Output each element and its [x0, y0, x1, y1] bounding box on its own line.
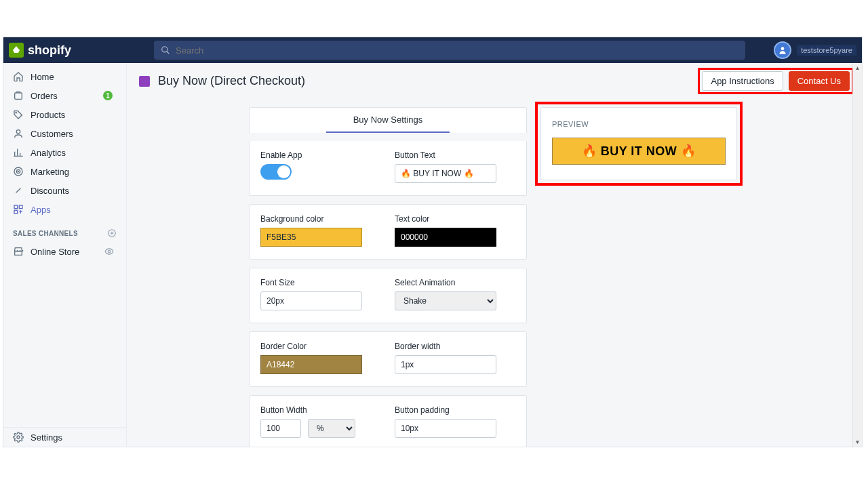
svg-point-8	[18, 171, 18, 171]
channel-online-store[interactable]: Online Store	[3, 242, 126, 261]
buttonwidth-unit-select[interactable]: %	[308, 419, 355, 438]
app-instructions-button[interactable]: App Instructions	[702, 71, 783, 91]
highlight-preview	[535, 102, 743, 186]
brand-name: shopify	[28, 43, 71, 58]
page-title: Buy Now (Direct Checkout)	[158, 74, 305, 88]
main-content: Buy Now (Direct Checkout) App Instructio…	[127, 63, 862, 447]
gear-icon	[13, 432, 24, 443]
sidebar-item-label: Settings	[31, 432, 62, 443]
bgcolor-label: Background color	[260, 214, 381, 224]
borderwidth-label: Border width	[395, 342, 515, 351]
view-store-icon[interactable]	[104, 247, 114, 256]
user-icon	[778, 45, 787, 55]
store-icon	[13, 246, 24, 257]
sidebar-item-label: Apps	[31, 205, 51, 215]
animation-label: Select Animation	[395, 278, 515, 287]
bordercolor-input[interactable]	[260, 355, 362, 374]
search-box[interactable]	[154, 41, 745, 60]
card-border: Border Color Border width	[249, 331, 527, 387]
sidebar-item-discounts[interactable]: Discounts	[3, 181, 126, 200]
button-text-label: Button Text	[395, 150, 515, 160]
apps-icon	[13, 204, 24, 215]
orders-icon	[13, 90, 24, 101]
sidebar-item-label: Orders	[31, 91, 58, 101]
button-text-input[interactable]	[395, 164, 496, 183]
bgcolor-input[interactable]	[260, 228, 362, 247]
svg-point-2	[781, 47, 785, 50]
sidebar-item-label: Discounts	[31, 186, 69, 196]
padding-label: Button padding	[395, 405, 515, 415]
shopify-bag-icon	[9, 43, 24, 58]
textcolor-label: Text color	[395, 214, 515, 224]
svg-point-14	[17, 436, 20, 439]
svg-point-5	[16, 130, 20, 134]
orders-badge: 1	[103, 91, 113, 100]
search-icon	[161, 45, 170, 55]
marketing-icon	[13, 166, 24, 177]
svg-point-0	[162, 47, 167, 52]
fontsize-label: Font Size	[260, 278, 381, 287]
bordercolor-label: Border Color	[260, 342, 381, 351]
channel-label: Online Store	[31, 247, 79, 257]
sidebar: Home Orders 1 Products Customers Analyti…	[3, 63, 127, 447]
discounts-icon	[13, 185, 24, 196]
svg-rect-10	[19, 205, 22, 209]
analytics-icon	[13, 147, 24, 158]
card-colors: Background color Text color	[249, 204, 527, 260]
card-width: Button Width % Button padding	[249, 395, 527, 447]
add-channel-icon[interactable]	[107, 228, 117, 238]
svg-rect-3	[15, 93, 22, 99]
scrollbar[interactable]: ▲ ▼	[852, 63, 862, 447]
scroll-down-icon[interactable]: ▼	[853, 437, 862, 447]
svg-line-1	[167, 52, 170, 54]
username: teststore5pyare	[797, 45, 856, 56]
padding-input[interactable]	[395, 419, 496, 438]
sidebar-item-label: Home	[31, 72, 54, 82]
sidebar-item-customers[interactable]: Customers	[3, 124, 126, 143]
sidebar-item-settings[interactable]: Settings	[3, 428, 126, 447]
card-enable: Enable App Button Text	[249, 141, 527, 196]
svg-rect-9	[14, 205, 18, 209]
topbar: shopify teststore5pyare	[3, 37, 862, 63]
customers-icon	[13, 128, 24, 139]
svg-rect-11	[14, 210, 18, 214]
sidebar-item-label: Customers	[31, 129, 73, 139]
channels-header: SALES CHANNELS	[3, 219, 126, 242]
buttonwidth-input[interactable]	[260, 419, 301, 438]
sidebar-item-orders[interactable]: Orders 1	[3, 86, 126, 105]
search-input[interactable]	[176, 45, 738, 56]
app-icon	[139, 76, 150, 87]
svg-point-13	[108, 250, 111, 253]
textcolor-input[interactable]	[395, 228, 496, 247]
logo[interactable]: shopify	[9, 43, 71, 58]
contact-us-button[interactable]: Contact Us	[789, 71, 850, 91]
tab-bar: Buy Now Settings	[249, 107, 527, 133]
sidebar-item-marketing[interactable]: Marketing	[3, 162, 126, 181]
sidebar-item-home[interactable]: Home	[3, 67, 126, 86]
sidebar-item-products[interactable]: Products	[3, 105, 126, 124]
sidebar-item-label: Analytics	[31, 148, 66, 158]
animation-select[interactable]: Shake	[395, 291, 496, 310]
enable-app-toggle[interactable]	[260, 164, 292, 180]
fontsize-input[interactable]	[260, 291, 362, 310]
sidebar-item-analytics[interactable]: Analytics	[3, 143, 126, 162]
sidebar-item-label: Products	[31, 110, 65, 120]
svg-point-4	[16, 113, 16, 113]
borderwidth-input[interactable]	[395, 355, 496, 374]
tab-buy-now-settings[interactable]: Buy Now Settings	[326, 108, 450, 133]
home-icon	[13, 71, 24, 82]
scroll-up-icon[interactable]: ▲	[853, 63, 862, 73]
card-font: Font Size Select Animation Shake	[249, 268, 527, 323]
products-icon	[13, 109, 24, 120]
buttonwidth-label: Button Width	[260, 405, 381, 415]
sidebar-item-apps[interactable]: Apps	[3, 200, 126, 219]
enable-app-label: Enable App	[260, 150, 381, 160]
avatar[interactable]	[774, 41, 791, 59]
sidebar-item-label: Marketing	[31, 167, 69, 177]
